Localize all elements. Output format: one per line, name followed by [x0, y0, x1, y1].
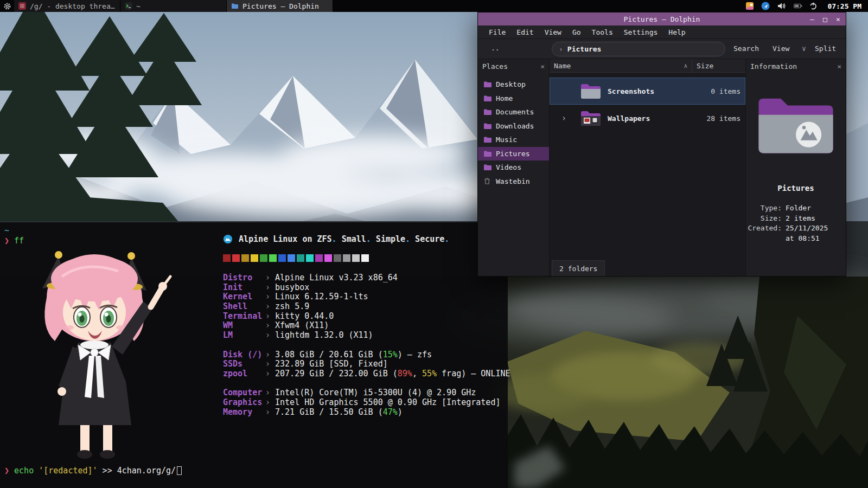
separator: › [265, 388, 270, 398]
column-header-size[interactable]: Size [692, 59, 745, 72]
sidebar-item-wastebin[interactable]: Wastebin [478, 175, 549, 189]
text-part: ) — zfs [398, 350, 432, 359]
sidebar-item-pictures[interactable]: Pictures [478, 147, 549, 161]
menu-item-file[interactable]: File [483, 27, 511, 38]
taskbar-item[interactable]: ~ [120, 0, 227, 12]
column-header-name[interactable]: Name ∧ [550, 59, 692, 72]
text-part: echo [14, 466, 39, 476]
terminal-prompt-line[interactable]: ❯ echo '[redacted]' >> 4chan.org/g/ [4, 466, 182, 476]
terminal-command-line: ❯ff [4, 236, 24, 246]
fetch-value: 207.29 GiB / 232.00 GiB (89%, 55% frag) … [275, 369, 510, 379]
gear-icon[interactable] [0, 2, 14, 10]
column-headers: Name ∧ Size [550, 59, 745, 73]
terminal-window[interactable]: ~ ❯ff [0, 222, 508, 488]
breadcrumb-location[interactable]: Pictures [567, 45, 602, 53]
fetch-value: Alpine Linux v3.23 x86_64 [275, 273, 398, 283]
sidebar-item-desktop[interactable]: Desktop [478, 78, 549, 92]
minimize-button[interactable]: — [809, 15, 815, 23]
info-field-value: at 08:51 [786, 234, 820, 244]
dolphin-window: Pictures — Dolphin — □ × FileEditViewGoT… [477, 12, 846, 277]
view-button[interactable]: View [773, 44, 789, 53]
fetch-line [223, 341, 510, 350]
place-label: Wastebin [496, 177, 530, 185]
menu-item-view[interactable]: View [539, 27, 567, 38]
taskbar-item[interactable]: /g/ - desktop thread… [14, 0, 120, 12]
terminal-icon [125, 2, 132, 10]
power-icon[interactable] [809, 2, 817, 10]
separator: › [265, 331, 270, 341]
info-field: at 08:51 [746, 234, 846, 244]
dolphin-body: Places × DesktopHomeDocumentsDownloadsMu… [478, 59, 846, 276]
palette-swatch [352, 254, 360, 262]
expand-chevron-icon[interactable]: › [561, 113, 571, 123]
clipboard-icon[interactable] [745, 2, 754, 10]
fetch-line: Shell›zsh 5.9 [223, 302, 510, 312]
places-header: Places × [478, 59, 549, 73]
file-name: Screenshots [608, 87, 654, 95]
text-part: 232.89 GiB [SSD, Fixed] [275, 359, 388, 369]
sidebar-item-home[interactable]: Home [478, 92, 549, 106]
sidebar-item-documents[interactable]: Documents [478, 105, 549, 119]
fetch-label: zpool [223, 369, 265, 379]
search-button[interactable]: Search [733, 44, 759, 53]
palette-swatch [269, 254, 277, 262]
places-panel: Places × DesktopHomeDocumentsDownloadsMu… [478, 59, 550, 276]
palette-swatch [324, 254, 332, 262]
prompt-icon: ❯ [4, 236, 9, 246]
chevron-down-icon[interactable]: ∨ [802, 44, 806, 53]
fetch-label: Terminal [223, 312, 265, 322]
separator: › [265, 369, 270, 379]
menu-item-go[interactable]: Go [567, 27, 586, 38]
fetch-value: Intel HD Graphics 5500 @ 0.90 GHz [Integ… [275, 398, 500, 408]
taskbar-item[interactable]: Pictures — Dolphin [227, 0, 333, 12]
chevron-right-icon: › [559, 45, 563, 53]
battery-icon[interactable] [794, 3, 802, 9]
file-row-screenshots[interactable]: Screenshots0 items [550, 78, 745, 105]
titlebar[interactable]: Pictures — Dolphin — □ × [478, 12, 846, 25]
sidebar-item-videos[interactable]: Videos [478, 160, 549, 175]
window-controls: — □ × [809, 12, 841, 25]
text-part: 7.21 GiB / 15.50 GiB ( [275, 407, 383, 417]
palette-swatch [334, 254, 341, 262]
volume-icon[interactable] [777, 2, 787, 10]
close-button[interactable]: × [835, 15, 841, 23]
text-part: 55% [422, 369, 437, 378]
fetch-value: lightdm 1.32.0 (X11) [275, 331, 373, 341]
fetch-line: Kernel›Linux 6.12.59-1-lts [223, 292, 510, 302]
taskbar-window-buttons: /g/ - desktop thread…~Pictures — Dolphin [14, 0, 333, 12]
palette-swatch [241, 254, 249, 262]
fetch-line: Init›busybox [223, 283, 510, 293]
fastfetch-output: Distro›Alpine Linux v3.23 x86_64Init›bus… [223, 273, 510, 417]
place-label: Pictures [496, 150, 530, 158]
sidebar-item-downloads[interactable]: Downloads [478, 119, 549, 133]
up-directory-button[interactable]: .. [491, 44, 500, 52]
sidebar-item-music[interactable]: Music [478, 133, 549, 147]
palette-swatch [297, 254, 304, 262]
terminal-cursor [177, 466, 182, 475]
file-row-wallpapers[interactable]: ›Wallpapers28 items [550, 105, 745, 132]
text-part: 15% [383, 350, 398, 359]
text-part: Alpine Linux on ZFS [239, 234, 332, 244]
fetch-label: Shell [223, 302, 265, 312]
separator: › [265, 398, 270, 408]
status-bar: 2 folders [552, 260, 605, 276]
fetch-line [223, 379, 510, 389]
menu-item-edit[interactable]: Edit [511, 27, 539, 38]
split-button[interactable]: Split [815, 44, 836, 53]
fetch-label: Distro [223, 273, 265, 283]
clock[interactable]: 07:25 PM [827, 2, 861, 10]
text-part: 47% [383, 407, 398, 417]
palette-swatch [288, 254, 295, 262]
breadcrumb[interactable]: › Pictures [552, 42, 725, 56]
information-close-icon[interactable]: × [837, 62, 841, 70]
maximize-button[interactable]: □ [822, 15, 828, 23]
sort-ascending-icon: ∧ [684, 62, 687, 69]
taskbar-item-label: Pictures — Dolphin [242, 2, 319, 10]
messenger-icon[interactable] [761, 2, 770, 10]
text-part: . [332, 234, 337, 244]
text-part: ) [398, 407, 403, 417]
menu-item-tools[interactable]: Tools [586, 27, 618, 38]
places-close-icon[interactable]: × [540, 62, 545, 70]
menu-item-settings[interactable]: Settings [618, 27, 663, 38]
menu-item-help[interactable]: Help [663, 27, 691, 38]
